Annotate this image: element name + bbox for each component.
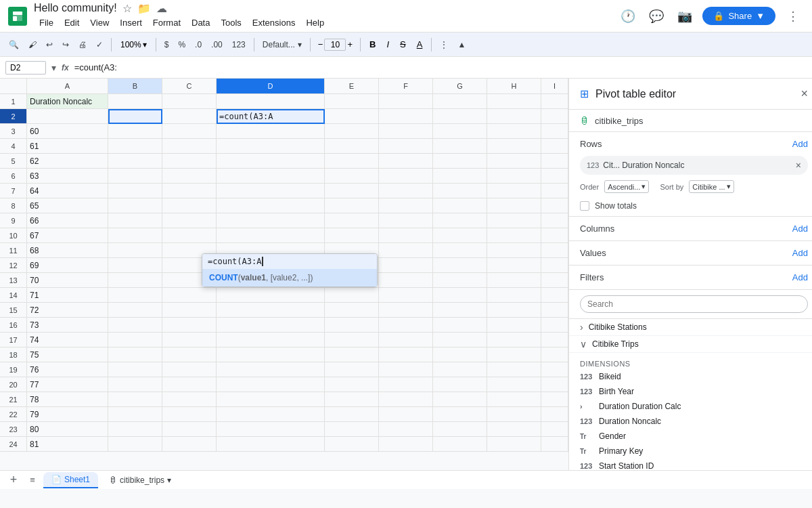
pivot-close-btn[interactable]: ×: [800, 87, 808, 101]
grid-cell[interactable]: [433, 213, 487, 228]
grid-cell[interactable]: [541, 303, 568, 318]
grid-cell[interactable]: [217, 318, 325, 333]
grid-cell[interactable]: [433, 422, 487, 437]
grid-cell[interactable]: [487, 154, 541, 169]
grid-cell[interactable]: 66: [27, 213, 108, 228]
grid-cell[interactable]: [217, 437, 325, 452]
row-header-11[interactable]: 11: [0, 243, 27, 258]
col-header-h[interactable]: H: [487, 79, 541, 93]
grid-cell[interactable]: [487, 377, 541, 392]
grid-cell[interactable]: Duration Noncalc: [27, 94, 108, 109]
grid-cell[interactable]: [162, 154, 217, 169]
row-header-1[interactable]: 1: [0, 94, 27, 109]
folder-icon[interactable]: 📁: [137, 2, 151, 15]
grid-cell[interactable]: [541, 94, 568, 109]
grid-cell[interactable]: [325, 318, 379, 333]
grid-cell[interactable]: =count(A3:A: [217, 109, 325, 124]
grid-cell[interactable]: [325, 392, 379, 407]
col-header-c[interactable]: C: [162, 79, 217, 93]
autocomplete-dropdown[interactable]: =count(A3:A COUNT(value1, [value2, ...]): [202, 253, 378, 287]
grid-cell[interactable]: [487, 243, 541, 258]
col-header-a[interactable]: A: [27, 79, 108, 93]
grid-cell[interactable]: [541, 362, 568, 377]
collapse-toolbar-btn[interactable]: ▲: [454, 38, 469, 51]
zoom-selector[interactable]: 100% ▾: [116, 38, 151, 51]
grid-cell[interactable]: [217, 333, 325, 347]
grid-cell[interactable]: [108, 422, 162, 437]
history-icon[interactable]: 🕐: [617, 5, 639, 27]
dim-primary-key[interactable]: Tr Primary Key: [569, 444, 812, 459]
format-btn[interactable]: 123: [229, 38, 249, 51]
grid-cell[interactable]: [325, 169, 379, 184]
grid-cell[interactable]: [541, 422, 568, 437]
grid-cell[interactable]: 75: [27, 347, 108, 362]
grid-cell[interactable]: [217, 392, 325, 407]
row-header-17[interactable]: 17: [0, 333, 27, 347]
grid-cell[interactable]: [487, 139, 541, 154]
grid-cell[interactable]: [379, 258, 433, 273]
grid-cell[interactable]: [379, 184, 433, 198]
strikethrough-btn[interactable]: S: [396, 37, 410, 51]
grid-cell[interactable]: [487, 318, 541, 333]
grid-cell[interactable]: [433, 273, 487, 288]
grid-cell[interactable]: [217, 422, 325, 437]
grid-cell[interactable]: [433, 288, 487, 303]
grid-cell[interactable]: 69: [27, 258, 108, 273]
grid-cell[interactable]: [487, 288, 541, 303]
font-size-increase[interactable]: +: [347, 39, 353, 49]
decimal-less-btn[interactable]: .0: [191, 38, 205, 51]
grid-cell[interactable]: [217, 347, 325, 362]
dim-duration-noncalc[interactable]: 123 Duration Noncalc: [569, 414, 812, 429]
grid-cell[interactable]: [162, 198, 217, 213]
grid-cell[interactable]: [379, 109, 433, 124]
grid-cell[interactable]: [217, 94, 325, 109]
grid-cell[interactable]: [379, 407, 433, 422]
grid-cell[interactable]: [108, 392, 162, 407]
grid-cell[interactable]: [487, 213, 541, 228]
redo-btn[interactable]: ↪: [59, 38, 72, 51]
formula-input[interactable]: [74, 62, 807, 72]
grid-cell[interactable]: [379, 377, 433, 392]
grid-cell[interactable]: 72: [27, 303, 108, 318]
grid-cell[interactable]: [541, 243, 568, 258]
font-selector[interactable]: Default... ▾: [259, 38, 305, 51]
grid-cell[interactable]: [541, 407, 568, 422]
row-header-19[interactable]: 19: [0, 362, 27, 377]
grid-cell[interactable]: [108, 94, 162, 109]
italic-btn[interactable]: I: [382, 37, 393, 51]
add-sheet-btn[interactable]: +: [5, 472, 22, 488]
grid-cell[interactable]: [217, 288, 325, 303]
dots-icon[interactable]: ⋮: [782, 5, 804, 27]
row-header-18[interactable]: 18: [0, 347, 27, 362]
menu-format[interactable]: Format: [148, 15, 186, 30]
grid-cell[interactable]: [217, 377, 325, 392]
grid-cell[interactable]: 67: [27, 228, 108, 243]
grid-cell[interactable]: [433, 243, 487, 258]
menu-help[interactable]: Help: [300, 15, 330, 30]
grid-cell[interactable]: [541, 347, 568, 362]
menu-tools[interactable]: Tools: [215, 15, 246, 30]
row-header-8[interactable]: 8: [0, 198, 27, 213]
grid-cell[interactable]: [217, 228, 325, 243]
grid-cell[interactable]: [108, 377, 162, 392]
grid-cell[interactable]: [108, 154, 162, 169]
grid-cell[interactable]: [433, 392, 487, 407]
grid-cell[interactable]: [433, 318, 487, 333]
grid-cell[interactable]: 64: [27, 184, 108, 198]
columns-add-btn[interactable]: Add: [792, 224, 808, 234]
row-header-5[interactable]: 5: [0, 154, 27, 169]
grid-cell[interactable]: [433, 258, 487, 273]
grid-cell[interactable]: [433, 362, 487, 377]
citibike-stations-item[interactable]: › Citibike Stations: [569, 319, 812, 336]
underline-btn[interactable]: A: [413, 37, 427, 51]
grid-cell[interactable]: [433, 154, 487, 169]
grid-cell[interactable]: [541, 318, 568, 333]
grid-cell[interactable]: [541, 169, 568, 184]
grid-cell[interactable]: 71: [27, 288, 108, 303]
grid-cell[interactable]: [108, 213, 162, 228]
star-icon[interactable]: ☆: [122, 2, 132, 15]
grid-cell[interactable]: [325, 422, 379, 437]
grid-cell[interactable]: 63: [27, 169, 108, 184]
grid-cell[interactable]: [325, 154, 379, 169]
grid-cell[interactable]: [541, 109, 568, 124]
